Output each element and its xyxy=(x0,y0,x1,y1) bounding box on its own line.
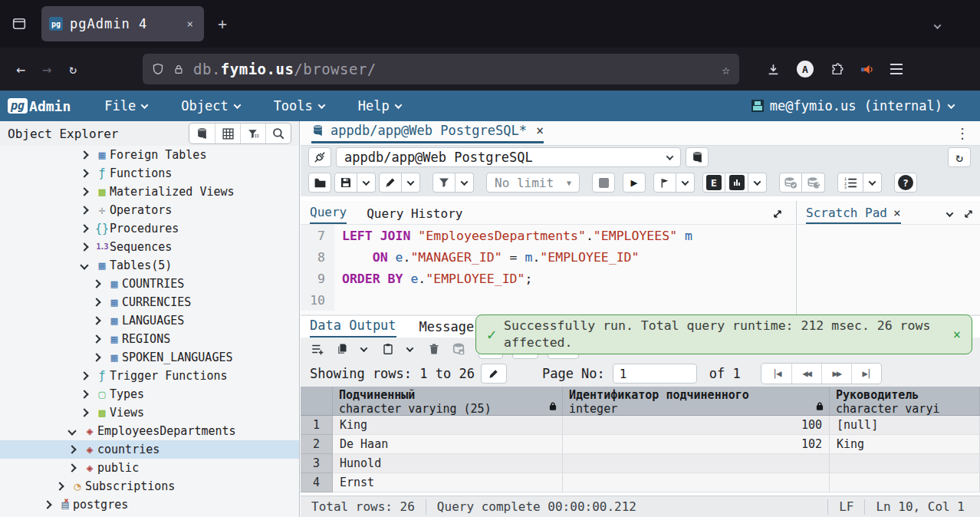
paste-icon[interactable] xyxy=(377,339,399,359)
chevron-collapsed-icon[interactable] xyxy=(92,353,100,361)
last-page-button[interactable]: ▶| xyxy=(851,364,881,384)
tree-item-currencies[interactable]: ▦CURRENCIES xyxy=(0,293,299,311)
page-no-input[interactable] xyxy=(613,364,697,384)
shield-icon[interactable] xyxy=(152,63,164,75)
tree-item-postgres[interactable]: ▤×postgres xyxy=(0,496,299,514)
chevron-collapsed-icon[interactable] xyxy=(43,500,51,509)
help-button[interactable]: ? xyxy=(894,173,917,193)
edit-options-chevron-icon[interactable] xyxy=(402,173,420,193)
row-limit-select[interactable]: No limit▼ xyxy=(486,173,580,193)
grid-corner-cell[interactable] xyxy=(301,387,333,415)
chevron-collapsed-icon[interactable] xyxy=(80,187,88,196)
save-file-icon[interactable] xyxy=(334,173,357,193)
row-number[interactable]: 2 xyxy=(301,435,333,454)
sql-line-8[interactable]: 8 ON e."MANAGER_ID" = m."EMPLOYEE_ID" xyxy=(301,246,795,268)
explain-chevron-icon[interactable] xyxy=(748,173,767,193)
lock-icon[interactable] xyxy=(173,64,184,75)
menu-help[interactable]: Help xyxy=(358,98,401,114)
tree-item-regions[interactable]: ▦REGIONS xyxy=(0,330,299,348)
chevron-collapsed-icon[interactable] xyxy=(92,316,100,324)
cursor-position-label[interactable]: Ln 10, Col 1 xyxy=(864,499,980,515)
connect-server-icon[interactable] xyxy=(189,123,215,143)
table-cell[interactable] xyxy=(830,454,980,473)
extensions-puzzle-icon[interactable] xyxy=(830,63,844,76)
table-cell[interactable]: King xyxy=(830,435,980,454)
back-button[interactable]: ← xyxy=(8,60,34,78)
reset-layout-icon[interactable]: ↻ xyxy=(948,147,971,167)
add-row-icon[interactable] xyxy=(307,339,328,359)
table-cell[interactable]: Hunold xyxy=(333,454,563,473)
explain-analyze-icon[interactable] xyxy=(725,173,748,193)
grid-view-icon[interactable] xyxy=(215,123,240,143)
tree-item-languages[interactable]: ▦LANGUAGES xyxy=(0,311,299,330)
sql-code-area[interactable]: 7LEFT JOIN "EmployeesDepartments"."EMPLO… xyxy=(301,224,795,314)
firefox-view-icon[interactable] xyxy=(6,11,32,37)
open-file-icon[interactable] xyxy=(308,173,331,193)
tree-item-trigger-functions[interactable]: ƒTrigger Functions xyxy=(0,367,299,385)
chevron-collapsed-icon[interactable] xyxy=(80,206,88,214)
tree-item-types[interactable]: ▢Types xyxy=(0,385,299,403)
filter-options-chevron-icon[interactable] xyxy=(455,173,474,193)
column-header-1[interactable]: Подчиненныйcharacter varying (25) xyxy=(333,387,563,415)
row-number[interactable]: 4 xyxy=(301,473,333,492)
execute-play-icon[interactable]: ▶ xyxy=(623,173,646,193)
scratch-pad-body[interactable] xyxy=(797,224,980,314)
chevron-collapsed-icon[interactable] xyxy=(92,334,100,343)
chevron-expanded-icon[interactable] xyxy=(80,261,88,269)
chevron-collapsed-icon[interactable] xyxy=(80,408,88,417)
table-cell[interactable]: [null] xyxy=(830,416,980,435)
menu-object[interactable]: Object xyxy=(181,98,239,114)
expand-editor-icon[interactable] xyxy=(772,209,783,224)
chevron-collapsed-icon[interactable] xyxy=(92,298,100,306)
chevron-collapsed-icon[interactable] xyxy=(80,169,88,177)
table-cell[interactable] xyxy=(830,473,980,492)
table-cell[interactable]: Ernst xyxy=(333,473,563,492)
menu-hamburger-icon[interactable] xyxy=(890,64,903,74)
tree-item-procedures[interactable]: {}Procedures xyxy=(0,219,299,238)
sql-line-9[interactable]: 9ORDER BY e."EMPLOYEE_ID"; xyxy=(301,268,795,289)
sql-line-10[interactable]: 10 xyxy=(301,289,795,311)
search-icon[interactable] xyxy=(265,123,291,143)
table-cell[interactable] xyxy=(563,473,830,492)
edit-pencil-icon[interactable] xyxy=(379,173,402,193)
tree-item-materialized-views[interactable]: ▩Materialized Views xyxy=(0,183,299,201)
first-page-button[interactable]: |◀ xyxy=(761,364,791,384)
column-header-2[interactable]: Идентификатор подчиненногоinteger xyxy=(563,387,830,415)
chevron-collapsed-icon[interactable] xyxy=(80,242,88,251)
delete-row-icon[interactable] xyxy=(423,339,445,359)
row-number[interactable]: 1 xyxy=(301,416,333,435)
tab-messages[interactable]: Messages xyxy=(419,319,482,338)
table-cell[interactable]: King xyxy=(333,416,563,435)
chevron-collapsed-icon[interactable] xyxy=(55,482,64,490)
toast-close-icon[interactable]: × xyxy=(953,327,961,342)
tab-query-history[interactable]: Query History xyxy=(367,206,462,224)
close-tab-icon[interactable]: × xyxy=(536,123,544,138)
chevron-collapsed-icon[interactable] xyxy=(92,279,100,288)
tab-query[interactable]: Query xyxy=(310,205,347,224)
execute-options-flag-icon[interactable] xyxy=(653,173,676,193)
tree-item-employeesdepartments[interactable]: ◈EmployeesDepartments xyxy=(0,422,299,440)
query-tool-tab[interactable]: appdb/app@Web PostgreSQL* × xyxy=(311,123,544,143)
menu-tools[interactable]: Tools xyxy=(274,98,324,114)
rollback-icon[interactable] xyxy=(802,173,825,193)
copy-chevron-icon[interactable] xyxy=(353,339,374,359)
macros-chevron-icon[interactable] xyxy=(863,173,882,193)
expand-scratch-pad-icon[interactable] xyxy=(963,209,974,219)
stop-button[interactable] xyxy=(592,173,615,193)
table-cell[interactable]: De Haan xyxy=(333,435,563,454)
bookmark-star-icon[interactable]: ☆ xyxy=(722,61,730,77)
scratch-pad-tab[interactable]: Scratch Pad × xyxy=(806,206,901,224)
tree-item-functions[interactable]: ƒFunctions xyxy=(0,164,299,183)
downloads-icon[interactable] xyxy=(767,63,780,76)
chevron-collapsed-icon[interactable] xyxy=(67,445,76,453)
save-options-chevron-icon[interactable] xyxy=(357,173,376,193)
screen-reader-extension-icon[interactable] xyxy=(860,63,873,76)
account-icon[interactable]: A xyxy=(797,61,814,77)
eol-indicator[interactable]: LF xyxy=(827,499,864,515)
chevron-collapsed-icon[interactable] xyxy=(80,371,88,380)
tree-item-spoken-languages[interactable]: ▦SPOKEN_LANGUAGES xyxy=(0,348,299,367)
column-header-3[interactable]: Руководительcharacter varyi xyxy=(830,387,980,415)
table-cell[interactable]: 102 xyxy=(563,435,830,454)
tree-item-subscriptions[interactable]: ◔Subscriptions xyxy=(0,477,299,496)
tree-item-foreign-tables[interactable]: ▦Foreign Tables xyxy=(0,146,299,164)
